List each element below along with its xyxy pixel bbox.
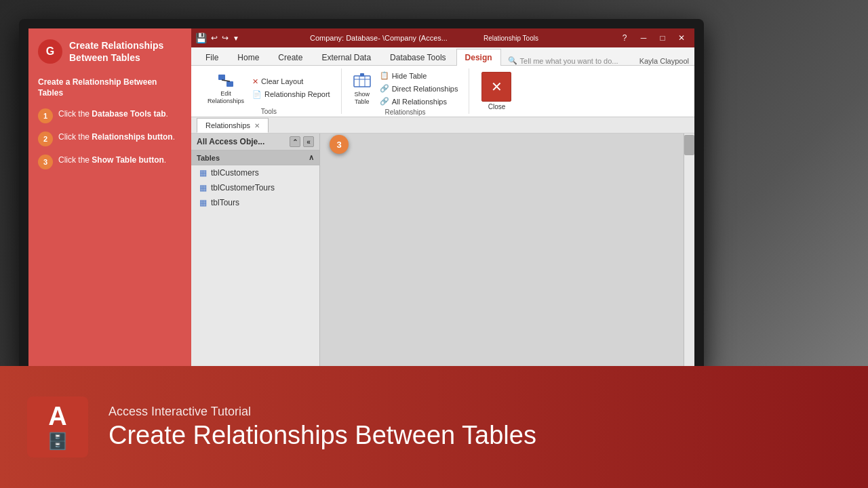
table-name-2: tblCustomerTours (211, 183, 275, 192)
nav-item-customer-tours[interactable]: ▦ tblCustomerTours (191, 180, 319, 195)
ribbon-tabs: File Home Create External Data Database … (191, 47, 694, 65)
quick-access-icon[interactable]: 💾 (195, 33, 207, 43)
hide-table-label: Hide Table (392, 72, 427, 80)
close-group-items: ✕ Close (481, 70, 511, 113)
tab-external-data[interactable]: External Data (313, 49, 380, 65)
workspace: 3 (320, 134, 694, 369)
relationships-group: ShowTable 📋 Hide Table 🔗 Direct Relation… (342, 68, 470, 114)
step-3-badge: 3 (330, 135, 349, 154)
maximize-button[interactable]: □ (654, 31, 671, 45)
all-relationships-label: All Relationships (392, 98, 447, 106)
hide-table-button[interactable]: 📋 Hide Table (377, 70, 461, 81)
nav-panel-collapse-btn[interactable]: ⌃ (290, 136, 300, 147)
table-icon-1: ▦ (199, 168, 207, 178)
show-table-label: ShowTable (354, 91, 370, 106)
help-button[interactable]: ? (616, 31, 633, 45)
dropdown-icon[interactable]: ▼ (233, 35, 239, 42)
tools-group-label: Tools (261, 108, 277, 115)
tell-me-text[interactable]: Tell me what you want to do... (520, 57, 618, 65)
table-icon-2: ▦ (199, 183, 207, 192)
tab-design[interactable]: Design (456, 49, 501, 66)
step-1-text: Click the Database Tools tab. (58, 108, 168, 120)
title-bar-left: 💾 ↩ ↪ ▼ (195, 33, 239, 43)
tools-group-items: EditRelationships ✕ Clear Layout 📄 Relat… (205, 70, 333, 106)
step-3-num: 3 (38, 155, 53, 169)
bottom-banner: A 🗄️ Access Interactive Tutorial Create … (0, 366, 868, 488)
edit-relationships-label: EditRelationships (208, 90, 244, 105)
step-3-text: Click the Show Table button. (58, 155, 166, 166)
relationships-group-label: Relationships (385, 108, 426, 116)
banner-logo-letter: A (48, 403, 66, 429)
instruction-title: Create a Relationship Between Tables (38, 77, 182, 98)
all-rel-icon: 🔗 (380, 97, 389, 106)
app-area: 💾 ↩ ↪ ▼ Company: Database- \Company (Acc… (191, 28, 694, 369)
direct-relationships-label: Direct Relationships (392, 85, 458, 93)
nav-panel-menu-btn[interactable]: « (303, 136, 314, 147)
edit-relationships-button[interactable]: EditRelationships (205, 70, 247, 106)
show-table-button[interactable]: ShowTable (350, 70, 374, 107)
relationship-report-label: Relationship Report (264, 90, 330, 98)
step-1: 1 Click the Database Tools tab. (38, 108, 182, 123)
nav-item-customers[interactable]: ▦ tblCustomers (191, 165, 319, 180)
direct-rel-icon: 🔗 (380, 84, 389, 93)
table-icon-3: ▦ (199, 198, 207, 207)
tab-file[interactable]: File (197, 49, 227, 65)
nav-panel-title: All Access Obje... (197, 137, 264, 146)
close-ribbon-button[interactable]: ✕ (481, 72, 511, 102)
minimize-button[interactable]: ─ (635, 31, 652, 45)
clear-layout-button[interactable]: ✕ Clear Layout (250, 76, 333, 87)
close-button[interactable]: ✕ (673, 31, 690, 45)
step-2: 2 Click the Relationships button. (38, 131, 182, 146)
clear-icon: ✕ (252, 77, 258, 86)
ribbon: File Home Create External Data Database … (191, 47, 694, 117)
logo-letter: G (46, 45, 54, 58)
user-name[interactable]: Kayla Claypool (639, 57, 689, 65)
screen: G Create Relationships Between Tables Cr… (28, 28, 694, 369)
banner-logo: A 🗄️ (27, 396, 88, 458)
tables-label: Tables (197, 154, 220, 162)
step-2-text: Click the Relationships button. (58, 131, 175, 143)
workspace-scrollbar[interactable] (684, 134, 694, 369)
all-relationships-button[interactable]: 🔗 All Relationships (377, 96, 461, 107)
tab-close-icon[interactable]: ✕ (254, 122, 260, 129)
main-content: All Access Obje... ⌃ « Tables ∧ ▦ tblCus… (191, 134, 694, 369)
tools-group: EditRelationships ✕ Clear Layout 📄 Relat… (197, 68, 342, 114)
banner-logo-icon: 🗄️ (47, 432, 68, 451)
svg-line-2 (222, 80, 230, 81)
relationships-tab[interactable]: Relationships ✕ (197, 118, 269, 133)
relationship-report-button[interactable]: 📄 Relationship Report (250, 89, 333, 100)
banner-title: Create Relationships Between Tables (108, 422, 536, 450)
content-tabs: Relationships ✕ (191, 117, 694, 134)
scroll-thumb[interactable] (684, 135, 694, 155)
relationships-group-items: ShowTable 📋 Hide Table 🔗 Direct Relation… (350, 70, 461, 107)
edit-relationships-icon (216, 71, 235, 90)
svg-rect-7 (360, 73, 364, 77)
nav-item-tours[interactable]: ▦ tblTours (191, 195, 319, 210)
svg-rect-0 (218, 75, 225, 80)
step-2-num: 2 (38, 131, 53, 146)
direct-relationships-button[interactable]: 🔗 Direct Relationships (377, 83, 461, 94)
table-name-1: tblCustomers (211, 168, 259, 178)
nav-tables-section[interactable]: Tables ∧ (191, 150, 319, 165)
nav-panel: All Access Obje... ⌃ « Tables ∧ ▦ tblCus… (191, 134, 320, 369)
hide-table-icon: 📋 (380, 71, 389, 80)
tab-home[interactable]: Home (229, 49, 268, 65)
tools-stacked: ✕ Clear Layout 📄 Relationship Report (250, 76, 333, 100)
clear-layout-label: Clear Layout (261, 77, 303, 85)
search-icon: 🔍 (508, 56, 517, 65)
rel-stacked: 📋 Hide Table 🔗 Direct Relationships 🔗 A (377, 70, 461, 107)
tables-collapse-icon: ∧ (309, 153, 314, 162)
nav-panel-controls: ⌃ « (290, 136, 314, 147)
monitor: G Create Relationships Between Tables Cr… (19, 19, 704, 378)
nav-panel-header: All Access Obje... ⌃ « (191, 134, 319, 150)
sidebar-logo: G (38, 39, 62, 64)
undo-icon[interactable]: ↩ (211, 33, 218, 43)
tutorial-sidebar: G Create Relationships Between Tables Cr… (28, 28, 191, 369)
redo-icon[interactable]: ↪ (222, 33, 229, 43)
step-3: 3 Click the Show Table button. (38, 155, 182, 169)
svg-rect-1 (226, 81, 233, 87)
rel-tools-badge: Relationship Tools (477, 34, 545, 43)
step-1-num: 1 (38, 108, 53, 123)
tab-create[interactable]: Create (269, 49, 311, 65)
tab-database-tools[interactable]: Database Tools (381, 49, 455, 65)
